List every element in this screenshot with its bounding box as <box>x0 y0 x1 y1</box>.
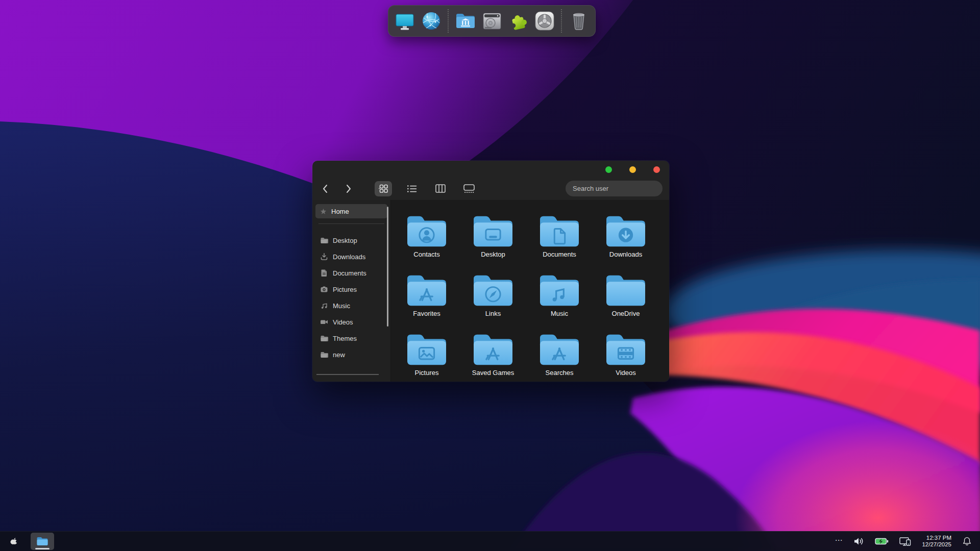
folder-label: Searches <box>546 369 574 377</box>
contacts-folder-icon <box>405 210 449 249</box>
folder-icon <box>320 236 328 244</box>
folder-item[interactable]: Pictures <box>394 329 460 382</box>
sidebar-horizontal-scrollbar[interactable] <box>316 374 379 375</box>
folder-item[interactable]: OneDrive <box>593 269 659 329</box>
music-folder-icon <box>537 269 581 308</box>
sidebar-vertical-scrollbar[interactable] <box>387 207 388 327</box>
battery-charging-icon <box>875 537 889 545</box>
documents-folder-icon <box>537 210 581 249</box>
videos-folder-icon <box>604 329 648 367</box>
folder-icon <box>320 334 328 342</box>
folder-label: OneDrive <box>612 310 640 317</box>
extensions-puzzle-icon[interactable] <box>507 9 530 33</box>
gallery-view-button[interactable] <box>460 181 478 196</box>
notification-bell-icon <box>962 536 972 546</box>
folder-item[interactable]: Links <box>460 269 526 329</box>
sidebar-item-downloads[interactable]: Downloads <box>312 248 390 265</box>
sidebar-item-new[interactable]: new <box>312 346 390 363</box>
file-manager-window: Home Desktop <box>312 161 669 382</box>
gallery-view-icon <box>463 184 475 193</box>
dock-separator <box>448 9 449 33</box>
battery-button[interactable] <box>873 536 891 546</box>
folder-label: Contacts <box>413 251 439 258</box>
notification-bell-button[interactable] <box>960 535 974 547</box>
trash-icon[interactable] <box>567 9 590 33</box>
music-notes-icon <box>320 302 328 310</box>
sidebar-item-label: Videos <box>333 318 353 326</box>
file-explorer-taskbar-button[interactable] <box>31 533 54 550</box>
icon-view-button[interactable] <box>375 181 392 196</box>
sidebar-item-label: Music <box>333 302 350 310</box>
tray-date: 12/27/2025 <box>922 541 951 548</box>
folder-icon <box>320 350 328 359</box>
minimize-button[interactable] <box>629 166 636 173</box>
cast-display-button[interactable] <box>897 535 913 547</box>
tray-overflow-button[interactable]: ⋯ <box>832 535 845 548</box>
folder-item[interactable]: Documents <box>526 210 593 269</box>
folder-item[interactable]: Desktop <box>460 210 526 269</box>
dock-separator <box>561 9 562 33</box>
sidebar-item-label: Pictures <box>333 286 357 293</box>
folder-label: Saved Games <box>472 369 514 377</box>
column-view-icon <box>435 184 446 193</box>
pictures-folder-icon <box>405 329 449 367</box>
desktop-folder-icon <box>471 210 515 249</box>
folder-item[interactable]: Videos <box>593 329 659 382</box>
volume-button[interactable] <box>851 536 866 547</box>
volume-icon <box>853 537 864 546</box>
video-camera-icon <box>320 318 328 326</box>
toolbar <box>312 177 669 200</box>
zoom-button[interactable] <box>605 166 612 173</box>
download-icon <box>320 253 328 261</box>
searches-folder-icon <box>537 329 581 367</box>
star-icon <box>320 208 327 215</box>
search-box[interactable] <box>566 181 663 196</box>
file-grid: Contacts Desktop Documents Downloads Fav… <box>391 200 669 382</box>
system-settings-icon[interactable] <box>533 9 556 33</box>
close-button[interactable] <box>653 166 660 173</box>
sidebar-item-documents[interactable]: Documents <box>312 265 390 281</box>
titlebar[interactable] <box>312 161 669 177</box>
folder-label: Videos <box>616 369 636 377</box>
forward-button[interactable] <box>344 183 354 195</box>
folder-item[interactable]: Saved Games <box>460 329 526 382</box>
sidebar-item-label: Downloads <box>333 253 365 261</box>
column-view-button[interactable] <box>432 181 449 196</box>
favorites-folder-icon <box>405 269 449 308</box>
folder-label: Music <box>551 310 568 317</box>
file-explorer-folder-icon <box>36 536 48 546</box>
sidebar-item-label: new <box>333 351 345 359</box>
sidebar-item-desktop[interactable]: Desktop <box>312 232 390 248</box>
folder-label: Documents <box>543 251 576 258</box>
saved-games-folder-icon <box>471 329 515 367</box>
folder-item[interactable]: Searches <box>526 329 593 382</box>
folder-label: Favorites <box>413 310 440 317</box>
folder-item[interactable]: Favorites <box>394 269 460 329</box>
library-folder-icon[interactable] <box>454 9 477 33</box>
sidebar-item-videos[interactable]: Videos <box>312 314 390 330</box>
sidebar-item-pictures[interactable]: Pictures <box>312 281 390 297</box>
apple-menu-button[interactable] <box>7 536 20 547</box>
folder-item[interactable]: Music <box>526 269 593 329</box>
back-button[interactable] <box>320 183 330 195</box>
hard-drive-icon[interactable] <box>480 9 503 33</box>
sidebar-item-label: Documents <box>333 269 366 277</box>
cast-display-icon <box>899 536 911 546</box>
search-input[interactable] <box>573 185 663 192</box>
document-icon <box>320 269 328 277</box>
sidebar-divider <box>318 223 384 224</box>
list-view-button[interactable] <box>403 181 421 196</box>
folder-item[interactable]: Downloads <box>593 210 659 269</box>
folder-item[interactable]: Contacts <box>394 210 460 269</box>
sidebar-item-home[interactable]: Home <box>315 204 387 218</box>
sidebar-item-label: Themes <box>333 335 357 342</box>
network-globe-icon[interactable] <box>420 9 443 33</box>
sidebar-item-themes[interactable]: Themes <box>312 330 390 346</box>
sidebar-item-music[interactable]: Music <box>312 297 390 314</box>
clock-button[interactable]: 12:37 PM 12/27/2025 <box>920 534 953 549</box>
downloads-folder-icon <box>604 210 648 249</box>
tray-time: 12:37 PM <box>922 535 951 541</box>
overflow-dots: ⋯ <box>835 536 843 547</box>
display-icon[interactable] <box>394 9 416 33</box>
sidebar-item-label: Desktop <box>333 237 357 244</box>
